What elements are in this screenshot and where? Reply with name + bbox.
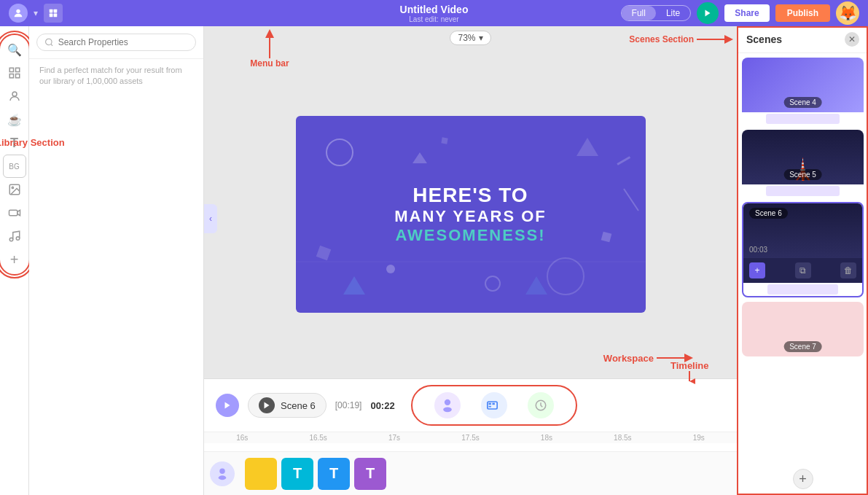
svg-point-15 [9,238,13,241]
library-panel: Find a perfect match for your result fro… [29,26,204,495]
svg-rect-44 [488,403,490,405]
sidebar-search-icon[interactable]: 🔍 [3,38,26,61]
scene6-delete-btn[interactable]: 🗑 [840,262,856,278]
svg-rect-1 [50,9,53,13]
ruler-mark-5: 18.5s [584,434,660,442]
scenes-list: Scene 4 🗼 Scene 5 Scene 6 00:03 + [738,53,868,463]
mode-toggle: Full Lite [621,5,692,21]
bottom-user-avatar[interactable] [210,461,235,486]
scene-thumb-7[interactable]: Scene 7 [742,302,864,356]
scenes-close-btn[interactable]: ✕ [845,32,859,47]
top-bar: ▾ Untitled Video Last edit: never Full L… [0,0,868,26]
timeline-oval [411,385,577,426]
svg-rect-43 [487,402,496,409]
sidebar-props-icon[interactable]: ☕ [3,108,26,131]
svg-rect-7 [15,68,19,71]
search-icon [44,37,54,47]
collapse-handle[interactable]: ‹ [204,204,217,233]
canvas-area: HERE'S TO MANY YEARS OF AWESOMENESS! + 🗑… [204,50,737,378]
svg-rect-13 [9,210,17,216]
scenes-add-btn[interactable]: + [793,469,813,489]
svg-point-12 [12,187,13,188]
timeline-controls: Scene 6 [00:19] 00:22 [204,379,737,432]
zoom-control[interactable]: 73% ▾ [450,31,490,45]
bottom-strip-item-t3[interactable]: T [354,458,386,490]
home-icon[interactable] [44,4,63,23]
bottom-strip-item-t1[interactable]: T [281,458,313,490]
zoom-bar: 73% ▾ [204,26,737,50]
sidebar-add-icon[interactable]: + [3,248,26,271]
sidebar-video-icon[interactable] [3,201,26,225]
scene-pill[interactable]: Scene 6 [248,393,327,418]
scene-thumb-4[interactable]: Scene 4 [742,58,864,125]
svg-line-18 [51,44,52,45]
dropdown-arrow[interactable]: ▾ [34,8,38,18]
svg-rect-9 [15,74,19,78]
ruler-mark-4: 18s [509,434,584,442]
preview-play-btn[interactable] [697,2,719,24]
scene-thumb-5[interactable]: 🗼 Scene 5 [742,130,864,198]
sidebar-characters-icon[interactable] [3,85,26,108]
topbar-center: Untitled Video Last edit: never [400,4,469,23]
svg-point-23 [327,139,353,165]
user-profile-avatar[interactable]: 🦊 [836,1,859,25]
svg-point-10 [12,92,17,96]
ruler-mark-3: 17.5s [432,434,508,442]
timeline-video-thumb-icon[interactable] [481,392,507,418]
timeline-ruler: 16s 16.5s 17s 17.5s 18s 18.5s 19s [204,432,737,443]
sidebar-image-icon[interactable] [3,178,26,201]
svg-marker-14 [17,210,20,216]
svg-marker-40 [265,402,270,409]
timeline-time-current: 00:22 [370,400,394,411]
svg-point-42 [443,408,452,413]
mode-lite-btn[interactable]: Lite [656,6,690,20]
search-input[interactable] [58,37,188,47]
svg-line-34 [624,189,638,211]
svg-point-51 [219,475,227,480]
svg-rect-26 [601,231,611,242]
library-label: Library Section [0,137,65,148]
scene6-copy-btn[interactable]: ⧉ [795,262,811,278]
sidebar-assets-icon[interactable] [3,61,26,85]
scene7-label: Scene 7 [783,341,822,352]
svg-marker-29 [343,276,365,295]
scene-thumb-6[interactable]: Scene 6 00:03 + ⧉ 🗑 [742,202,864,297]
bottom-strip-item-t2[interactable]: T [318,458,350,490]
svg-marker-5 [705,10,711,17]
scene6-bar [767,284,839,295]
sidebar-music-icon[interactable] [3,225,26,248]
bottom-strip-item-yellow[interactable] [245,458,277,490]
scenes-add: + [738,463,868,495]
timeline-play-btn[interactable] [216,394,239,417]
zoom-value: 73% [458,33,475,43]
svg-marker-35 [525,276,547,295]
publish-button[interactable]: Publish [775,4,830,22]
scene6-duration: 00:03 [749,246,767,254]
svg-point-50 [219,468,225,474]
svg-point-0 [16,9,20,13]
share-button[interactable]: Share [724,4,769,22]
scene5-preview: 🗼 Scene 5 [742,130,864,184]
timeline-character-icon[interactable] [434,392,461,418]
canvas-slide[interactable]: HERE'S TO MANY YEARS OF AWESOMENESS! [296,116,646,313]
zoom-chevron: ▾ [479,33,483,43]
library-hint: Find a perfect match for your result fro… [29,59,203,93]
svg-point-17 [46,39,52,44]
svg-rect-6 [9,68,13,71]
user-avatar[interactable] [9,4,28,23]
svg-rect-4 [54,14,58,17]
main-layout: 🔍 ☕ T BG + [0,26,868,495]
workspace-annotation: Workspace [603,352,693,364]
ruler-mark-2: 17s [356,434,432,442]
library-annotation: Library Section [0,137,65,149]
mode-full-btn[interactable]: Full [622,6,656,20]
svg-rect-3 [50,14,53,17]
scene6-add-btn[interactable]: + [749,262,765,278]
sidebar-bg-icon[interactable]: BG [3,155,26,178]
timeline-clock-icon[interactable] [528,392,554,418]
svg-rect-24 [316,245,331,260]
search-bar [29,26,203,59]
scene5-label: Scene 5 [783,169,822,180]
svg-point-28 [547,258,584,295]
slide-text-line1: HERE'S TO [413,184,528,207]
